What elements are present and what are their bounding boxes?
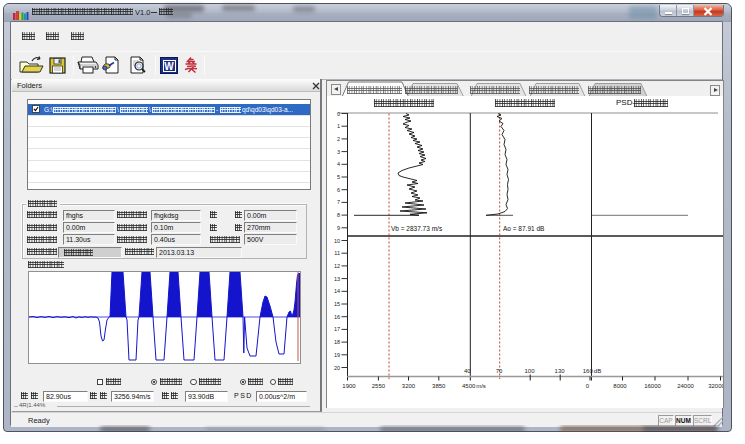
svg-text:11: 11	[334, 250, 340, 256]
svg-text:1900: 1900	[342, 382, 356, 388]
svg-text:Ao = 87.91 dB: Ao = 87.91 dB	[503, 225, 544, 232]
svg-text:3: 3	[337, 148, 340, 154]
svg-text:130: 130	[555, 368, 566, 374]
svg-text:15: 15	[334, 301, 340, 307]
svg-text:4: 4	[337, 161, 340, 167]
svg-text:40: 40	[464, 368, 471, 374]
svg-text:10: 10	[334, 237, 340, 243]
svg-text:20: 20	[334, 364, 340, 370]
svg-text:0: 0	[337, 110, 340, 116]
svg-text:4500: 4500	[462, 382, 476, 388]
svg-text:2: 2	[337, 135, 340, 141]
svg-text:Vb = 2837.73 m/s: Vb = 2837.73 m/s	[391, 225, 443, 232]
svg-text:8000: 8000	[613, 382, 627, 388]
svg-text:17: 17	[334, 326, 340, 332]
svg-text:5: 5	[337, 174, 340, 180]
svg-text:16000: 16000	[644, 382, 661, 388]
svg-text:160: 160	[583, 368, 594, 374]
svg-text:19: 19	[334, 351, 340, 357]
svg-text:12: 12	[334, 262, 340, 268]
svg-text:70: 70	[496, 368, 503, 374]
svg-text:100: 100	[524, 368, 535, 374]
svg-text:13: 13	[334, 275, 340, 281]
svg-text:3200: 3200	[402, 382, 416, 388]
svg-text:9: 9	[337, 224, 340, 230]
svg-text:2550: 2550	[372, 382, 386, 388]
svg-text:3850: 3850	[432, 382, 446, 388]
svg-text:18: 18	[334, 339, 340, 345]
svg-text:24000: 24000	[677, 382, 694, 388]
svg-text:0: 0	[586, 382, 590, 388]
svg-text:14: 14	[334, 288, 340, 294]
svg-text:7: 7	[337, 199, 340, 205]
svg-text:32000: 32000	[708, 382, 723, 388]
svg-text:16: 16	[334, 313, 340, 319]
svg-text:8: 8	[337, 212, 340, 218]
svg-text:dB: dB	[594, 368, 601, 374]
svg-text:m/s: m/s	[476, 382, 486, 388]
svg-text:1: 1	[337, 123, 340, 129]
svg-text:6: 6	[337, 186, 340, 192]
